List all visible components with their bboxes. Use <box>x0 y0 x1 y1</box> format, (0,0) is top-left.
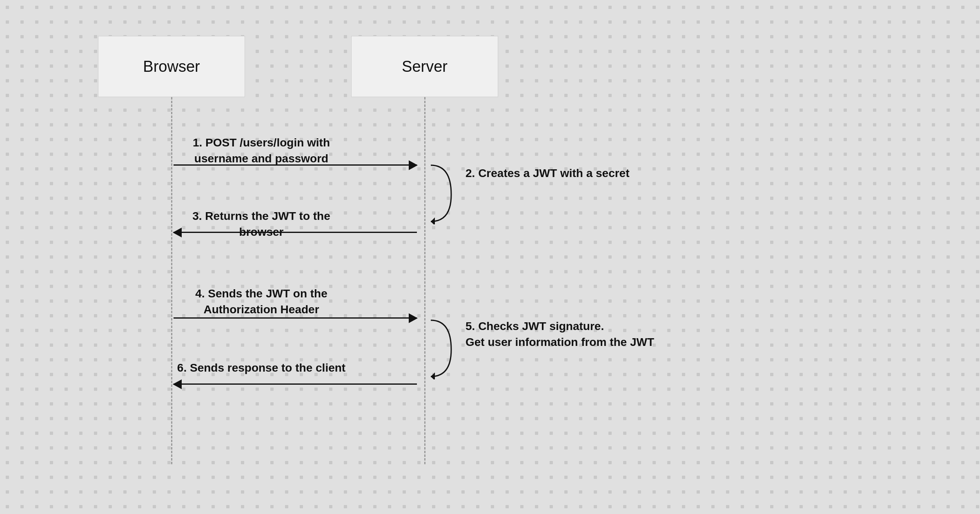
arrow6-label: 6. Sends response to the client <box>176 360 347 376</box>
browser-lifeline <box>171 97 172 464</box>
server-lifeline <box>424 97 425 464</box>
arrow6-line <box>174 383 417 385</box>
server-actor-box: Server <box>351 36 498 97</box>
diagram-container: Browser Server 1. POST /users/login with… <box>0 0 980 514</box>
arrow4-head <box>409 313 418 323</box>
arrow3-label: 3. Returns the JWT to the browser <box>176 208 347 240</box>
brace2-svg <box>427 316 459 379</box>
brace1-svg <box>427 161 459 224</box>
svg-marker-3 <box>431 372 435 379</box>
arrow1-head <box>409 160 418 170</box>
browser-actor-box: Browser <box>98 36 245 97</box>
arrow6-head <box>173 379 182 389</box>
arrow4-line <box>174 317 417 319</box>
side-label-5: 5. Checks JWT signature. Get user inform… <box>466 318 654 350</box>
svg-marker-2 <box>431 217 435 224</box>
side-label-2: 2. Creates a JWT with a secret <box>466 165 630 181</box>
server-actor-label: Server <box>402 58 448 75</box>
browser-actor-label: Browser <box>143 58 200 75</box>
arrow1-label: 1. POST /users/login with username and p… <box>176 135 347 166</box>
arrow1-line <box>174 164 417 166</box>
arrow4-label: 4. Sends the JWT on the Authorization He… <box>176 286 347 317</box>
arrow3-head <box>173 228 182 237</box>
arrow3-line <box>174 232 417 233</box>
